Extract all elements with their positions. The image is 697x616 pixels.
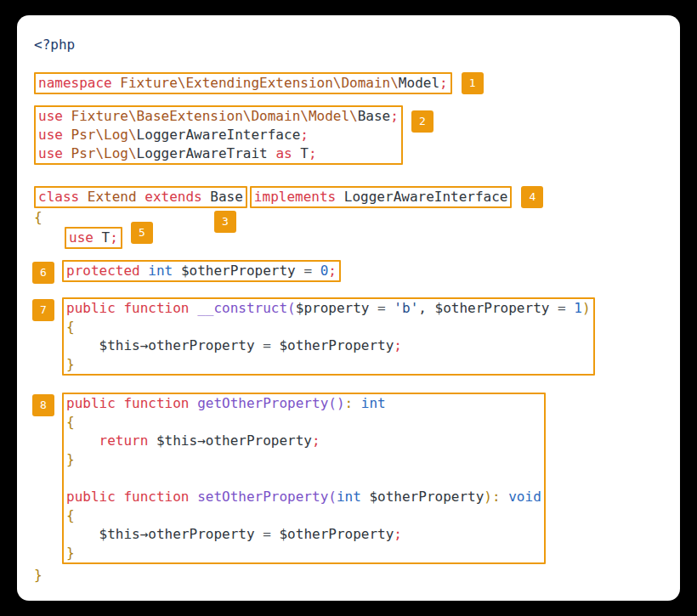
code-line: { <box>66 413 541 432</box>
code-token: = <box>296 263 320 279</box>
code-token: extends <box>144 189 201 205</box>
annotation-box-8: public function getOtherProperty(): int{… <box>62 393 546 564</box>
code-token <box>202 189 211 205</box>
code-row: 6protected int $otherProperty = 0; <box>34 260 663 282</box>
code-token: T <box>300 145 309 161</box>
code-line: } <box>34 566 663 585</box>
code-line: namespace Fixture\ExtendingExtension\Dom… <box>38 74 448 93</box>
code-line <box>66 469 541 488</box>
code-token: $property <box>296 300 370 316</box>
code-token: Extend <box>88 189 137 205</box>
code-line: protected int $otherProperty = 0; <box>66 262 337 280</box>
code-token: { <box>34 209 42 225</box>
code-row: namespace Fixture\ExtendingExtension\Dom… <box>34 72 663 94</box>
code-token: getOtherProperty <box>197 395 328 411</box>
code-token: { <box>66 319 75 335</box>
code-token <box>79 189 88 205</box>
code-token: → <box>140 526 149 542</box>
code-token: void <box>508 489 541 505</box>
callout-badge-7: 7 <box>32 299 54 321</box>
code-token: function <box>123 300 189 316</box>
code-line: return $this→otherProperty; <box>66 432 541 450</box>
code-token: use <box>38 145 63 161</box>
code-line: class Extend extends Base <box>38 188 243 206</box>
code-token: ; <box>390 108 399 124</box>
code-line: use Psr\Log\LoggerAwareInterface; <box>38 126 399 144</box>
code-token: → <box>197 432 206 449</box>
code-token <box>190 300 198 316</box>
callout-badge-1: 1 <box>462 72 484 94</box>
code-token: $otherProperty <box>361 489 484 505</box>
callout-badge-6: 6 <box>32 262 54 284</box>
code-token: = <box>255 526 280 542</box>
code-token: } <box>66 545 75 561</box>
code-line: implements LoggerAwareInterface <box>254 188 508 206</box>
annotation-box-5: use T; <box>65 227 122 249</box>
code-token <box>137 189 145 205</box>
code-token: Fixture\BaseExtension\Domain\Model\ <box>71 108 358 124</box>
code-token: use <box>69 229 94 246</box>
code-token: otherProperty <box>148 337 254 353</box>
callout-badge-5: 5 <box>131 222 153 244</box>
code-token <box>63 127 71 143</box>
code-line: } <box>66 450 541 469</box>
code-token <box>116 489 124 505</box>
code-token <box>336 189 344 205</box>
code-token: as <box>275 145 292 161</box>
code-token: function <box>123 395 189 411</box>
code-token: Model <box>399 75 439 91</box>
annotation-box-7: public function __construct($property = … <box>62 297 595 376</box>
code-token: public <box>66 395 116 411</box>
code-token: ( <box>328 489 337 505</box>
code-token: { <box>66 414 75 430</box>
code-line: public function __construct($property = … <box>66 299 591 318</box>
code-token: int <box>361 395 386 411</box>
code-token: $this <box>148 432 197 449</box>
code-token: ; <box>312 432 320 449</box>
class-declaration-row: class Extend extends Baseimplements Logg… <box>34 186 663 208</box>
code-token: = <box>549 300 574 316</box>
code-line: <?php <box>34 36 663 54</box>
code-token <box>63 145 71 161</box>
code-token: Psr\Log\ <box>71 127 137 143</box>
code-token: return <box>99 432 149 449</box>
code-line: { <box>34 208 663 227</box>
code-row: 8public function getOtherProperty(): int… <box>34 393 663 564</box>
code-token <box>190 395 198 411</box>
code-token: ; <box>110 229 118 246</box>
code-token: class <box>38 189 79 205</box>
code-line: { <box>66 506 541 525</box>
code-token: protected <box>66 263 140 279</box>
code-token: ; <box>394 526 402 542</box>
code-token: { <box>66 507 75 523</box>
callout-badge-4: 4 <box>521 186 543 208</box>
code-token <box>112 75 121 91</box>
code-token: <?php <box>34 37 75 53</box>
code-token: otherProperty <box>206 432 312 449</box>
code-token: 1 <box>574 300 582 316</box>
code-token: ) <box>484 489 492 505</box>
code-token: Psr\Log\ <box>71 145 137 161</box>
code-token: $otherProperty <box>279 526 394 542</box>
code-token: LoggerAwareInterface <box>137 127 301 143</box>
code-token: use <box>38 127 63 143</box>
code-token: $otherProperty <box>181 263 296 279</box>
code-token: $this <box>66 337 140 353</box>
code-token: int <box>337 489 361 505</box>
php-code-listing: <?phpnamespace Fixture\ExtendingExtensio… <box>34 36 663 585</box>
code-token: 0 <box>320 263 329 279</box>
code-line: public function getOtherProperty(): int <box>66 394 541 413</box>
code-token: implements <box>254 189 336 205</box>
code-row: use Fixture\BaseExtension\Domain\Model\B… <box>34 105 663 165</box>
code-token <box>173 263 181 279</box>
callout-badge-2: 2 <box>411 110 434 133</box>
code-token: $otherProperty <box>435 300 550 316</box>
annotation-box-1: namespace Fixture\ExtendingExtension\Dom… <box>34 72 452 94</box>
code-token: Base <box>358 108 391 124</box>
code-token: } <box>66 451 75 467</box>
code-line: } <box>66 544 541 562</box>
code-token: public <box>66 489 116 505</box>
code-token <box>116 395 124 411</box>
code-token <box>140 263 149 279</box>
code-token: } <box>34 567 42 583</box>
